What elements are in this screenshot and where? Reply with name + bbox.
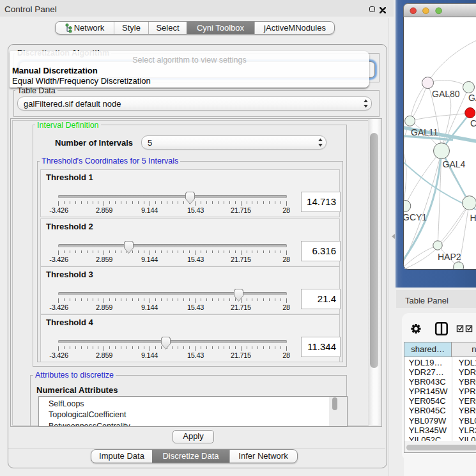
svg-text:H: H (470, 213, 476, 223)
svg-text:GAL4: GAL4 (443, 159, 466, 169)
svg-text:C: C (470, 118, 476, 128)
svg-text:GAL80: GAL80 (432, 89, 460, 99)
svg-text:GAL11: GAL11 (411, 127, 438, 137)
svg-text:HAP2: HAP2 (438, 252, 461, 262)
svg-text:GCY1: GCY1 (403, 212, 427, 222)
svg-text:GA: GA (468, 93, 476, 103)
